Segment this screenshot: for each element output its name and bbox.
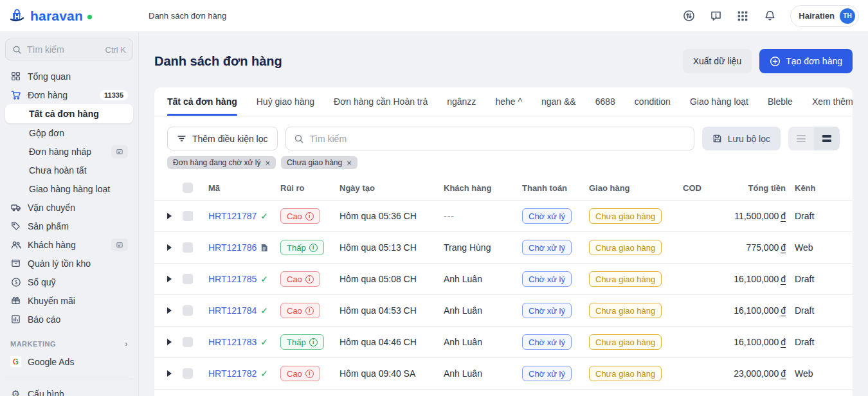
order-code-link[interactable]: HRT121783 [208,337,257,347]
sidebar-search-input[interactable] [27,44,91,55]
row-checkbox[interactable] [183,274,193,284]
delivery-status-badge[interactable]: Chưa giao hàng [589,208,662,224]
apps-grid-icon[interactable] [736,10,749,22]
sync-history-icon[interactable] [682,10,695,22]
payment-status-badge[interactable]: Chờ xử lý [522,208,572,224]
risk-badge[interactable]: Caoi [280,208,320,224]
row-checkbox[interactable] [183,305,193,316]
haravan-logo[interactable]: haravan [0,8,139,24]
gear-icon: ⚙ [10,389,21,396]
report-chart-icon [10,314,21,324]
payment-status-badge[interactable]: Chờ xử lý [522,366,572,381]
sidebar-subitem-tat-ca-don-hang[interactable]: Tất cả đơn hàng [5,104,133,123]
tab-tat-ca-don-hang[interactable]: Tất cả đơn hàng [167,87,237,116]
tab-hehe[interactable]: hehe ^ [495,87,522,116]
sidebar-subitem-chua-hoan-tat[interactable]: Chưa hoàn tất [5,161,133,179]
filter-chip[interactable]: Chưa giao hàng × [281,156,357,169]
confirmed-check-icon: ✓ [260,305,268,316]
expand-row-icon[interactable] [167,244,172,251]
overview-grid-icon [10,71,21,81]
order-code-link[interactable]: HRT121787 [208,211,257,221]
user-menu[interactable]: Hairatien TH [790,5,859,27]
sidebar-item-quan-ly-ton-kho[interactable]: Quản lý tồn kho [5,254,133,273]
table-row[interactable]: HRT121783 ✓ Thấpi Hôm qua 04:46 CH Anh L… [154,327,853,358]
tab-bleble[interactable]: Bleble [768,87,793,116]
export-button[interactable]: Xuất dữ liệu [683,49,752,73]
sidebar-item-google-ads[interactable]: G Google Ads [5,352,133,371]
save-filter-button[interactable]: Lưu bộ lọc [702,127,781,150]
delivery-status-badge[interactable]: Chưa giao hàng [589,271,662,287]
tab-giao-hang-loat[interactable]: Giao hàng loạt [690,87,748,116]
col-kenh: Kênh [795,183,842,193]
order-code-link[interactable]: HRT121786 [208,242,257,253]
sidebar-item-tong-quan[interactable]: Tổng quan [5,67,133,86]
delivery-status-badge[interactable]: Chưa giao hàng [589,240,662,255]
chip-label: Chưa giao hàng [287,158,342,167]
table-row[interactable]: HRT121787 ✓ Caoi Hôm qua 05:36 CH --- Ch… [154,201,853,232]
sidebar-item-don-hang[interactable]: Đơn hàng 11335 [5,86,133,104]
external-link-icon[interactable] [111,239,128,251]
expand-row-icon[interactable] [167,276,172,282]
delivery-status-badge[interactable]: Chưa giao hàng [589,334,662,350]
sidebar-item-cau-hinh[interactable]: ⚙ Cấu hình [5,384,133,396]
table-row[interactable]: HRT121782 ✓ Caoi Hôm qua 09:40 SA Anh Lu… [154,358,853,390]
order-code-link[interactable]: HRT121784 [208,305,257,316]
expand-row-icon[interactable] [167,213,172,219]
sidebar-item-khach-hang[interactable]: Khách hàng [5,235,133,254]
row-checkbox[interactable] [183,368,193,379]
close-icon[interactable]: × [266,159,271,167]
orders-search[interactable] [285,127,694,150]
payment-status-badge[interactable]: Chờ xử lý [522,334,572,350]
tab-condition[interactable]: condition [635,87,671,116]
sidebar-subitem-gop-don[interactable]: Gộp đơn [5,123,133,142]
sidebar-item-bao-cao[interactable]: Báo cáo [5,310,133,328]
sidebar-subitem-giao-hang-hang-loat[interactable]: Giao hàng hàng loạt [5,179,133,198]
compact-view-button[interactable] [814,127,840,150]
delivery-status-badge[interactable]: Chưa giao hàng [589,303,662,318]
table-row[interactable]: HRT121784 ✓ Caoi Hôm qua 04:53 CH Anh Lu… [154,295,853,327]
risk-badge[interactable]: Caoi [280,366,320,381]
select-all-checkbox[interactable] [183,183,193,193]
sidebar-search[interactable]: Ctrl K [5,39,133,60]
close-icon[interactable]: × [347,159,352,167]
sidebar-item-khuyen-mai[interactable]: Khuyến mãi [5,291,133,310]
sidebar-item-so-quy[interactable]: $ Sổ quỹ [5,273,133,291]
tab-6688[interactable]: 6688 [595,87,615,116]
payment-status-badge[interactable]: Chờ xử lý [522,303,572,318]
expand-row-icon[interactable] [167,307,172,314]
sidebar-item-van-chuyen[interactable]: Vận chuyển [5,198,133,217]
risk-badge[interactable]: Caoi [280,271,320,287]
expand-row-icon[interactable] [167,370,172,377]
notifications-bell-icon[interactable] [763,10,776,22]
table-row[interactable]: HRT121786 Thấpi Hôm qua 05:13 CH Trang H… [154,232,853,264]
tab-xem-them[interactable]: Xem thêm [812,87,853,116]
order-code-link[interactable]: HRT121785 [208,274,257,284]
risk-badge[interactable]: Thấpi [280,240,324,255]
tab-huy-giao-hang[interactable]: Huỷ giao hàng [257,87,314,116]
tab-ngan[interactable]: ngan && [541,87,576,116]
orders-search-input[interactable] [310,134,686,144]
sidebar-subitem-don-hang-nhap[interactable]: Đơn hàng nháp [5,142,133,161]
risk-badge[interactable]: Caoi [280,303,320,318]
payment-status-badge[interactable]: Chờ xử lý [522,240,572,255]
expand-row-icon[interactable] [167,339,172,345]
sidebar-section-marketing[interactable]: MARKETING › [10,339,128,348]
sidebar-item-san-pham[interactable]: Sản phẩm [5,217,133,235]
delivery-status-badge[interactable]: Chưa giao hàng [589,366,662,381]
external-link-icon[interactable] [111,145,128,158]
tab-don-hang-can-hoan-tra[interactable]: Đơn hàng cần Hoàn trả [334,87,428,116]
row-checkbox[interactable] [183,242,193,253]
add-filter-button[interactable]: Thêm điều kiện lọc [167,127,278,150]
row-checkbox[interactable] [183,337,193,347]
order-code-link[interactable]: HRT121782 [208,368,257,379]
filter-chip[interactable]: Đơn hàng đang chờ xử lý × [167,156,276,169]
payment-status-badge[interactable]: Chờ xử lý [522,271,572,287]
row-checkbox[interactable] [183,211,193,221]
tab-nganzz[interactable]: ngânzz [447,87,476,116]
feedback-icon[interactable] [709,10,722,22]
table-row[interactable]: HRT121785 ✓ Caoi Hôm qua 05:08 CH Anh Lu… [154,264,853,295]
order-total: 23,000,000đ [724,368,795,379]
list-view-button[interactable] [788,127,814,150]
risk-badge[interactable]: Thấpi [280,334,324,350]
create-order-button[interactable]: Tạo đơn hàng [759,49,853,73]
